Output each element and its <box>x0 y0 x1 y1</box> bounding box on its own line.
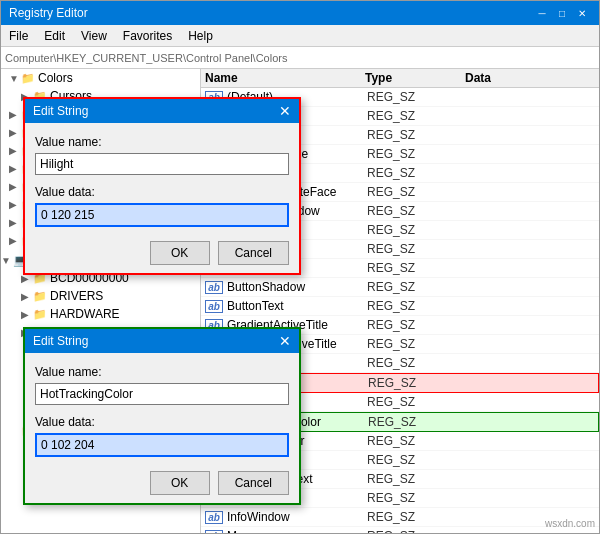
tree-arrow-uninstall: ▶ <box>9 217 21 228</box>
dialog-hilight-title-text: Edit String <box>33 104 88 118</box>
header-data: Data <box>465 71 595 85</box>
menu-file[interactable]: File <box>1 27 36 44</box>
dialog-hilight-name-input[interactable] <box>35 153 289 175</box>
tree-arrow-hklm: ▼ <box>1 255 13 266</box>
tree-arrow-keyboard: ▶ <box>9 145 21 156</box>
address-label: Computer\HKEY_CURRENT_USER\Control Panel… <box>5 52 287 64</box>
window-title: Registry Editor <box>9 6 88 20</box>
tree-arrow-eudc: ▶ <box>9 127 21 138</box>
dialog-hilight-title: Edit String ✕ <box>25 99 299 123</box>
tree-item-drivers[interactable]: ▶ 📁 DRIVERS <box>1 287 200 305</box>
menu-bar: File Edit View Favorites Help <box>1 25 599 47</box>
close-button[interactable]: ✕ <box>573 5 591 21</box>
tree-label-colors: Colors <box>38 71 73 85</box>
reg-icon: ab <box>205 281 223 294</box>
maximize-button[interactable]: □ <box>553 5 571 21</box>
values-header: Name Type Data <box>201 69 599 88</box>
dialog-hilight-data-input[interactable] <box>35 203 289 227</box>
reg-icon: ab <box>205 300 223 313</box>
address-bar: Computer\HKEY_CURRENT_USER\Control Panel… <box>1 47 599 69</box>
folder-icon-drivers: 📁 <box>33 290 47 303</box>
header-name: Name <box>205 71 365 85</box>
folder-icon: 📁 <box>21 72 35 85</box>
menu-help[interactable]: Help <box>180 27 221 44</box>
tree-arrow-volatile: ▶ <box>9 235 21 246</box>
dialog-hilight-data-label: Value data: <box>35 185 289 199</box>
tree-arrow-colors: ▼ <box>9 73 21 84</box>
tree-item-hardware[interactable]: ▶ 📁 HARDWARE <box>1 305 200 323</box>
tree-arrow-drivers: ▶ <box>21 291 33 302</box>
dialog-hilight-name-label: Value name: <box>35 135 289 149</box>
dialog-hilight-cancel-button[interactable]: Cancel <box>218 241 289 265</box>
tree-item-colors[interactable]: ▼ 📁 Colors <box>1 69 200 87</box>
dialog-hottracking-name-label: Value name: <box>35 365 289 379</box>
menu-view[interactable]: View <box>73 27 115 44</box>
dialog-hottracking-data-label: Value data: <box>35 415 289 429</box>
dialog-hilight-buttons: OK Cancel <box>35 237 289 265</box>
dialog-hottracking-title-text: Edit String <box>33 334 88 348</box>
dialog-hottracking-title: Edit String ✕ <box>25 329 299 353</box>
dialog-hilight-body: Value name: Value data: OK Cancel <box>25 123 299 273</box>
dialog-hottracking-cancel-button[interactable]: Cancel <box>218 471 289 495</box>
value-row-buttontext[interactable]: ab ButtonText REG_SZ <box>201 297 599 316</box>
header-type: Type <box>365 71 465 85</box>
menu-edit[interactable]: Edit <box>36 27 73 44</box>
title-bar-buttons: ─ □ ✕ <box>533 5 591 21</box>
dialog-hottracking-body: Value name: Value data: OK Cancel <box>25 353 299 503</box>
tree-arrow-printers: ▶ <box>9 163 21 174</box>
tree-arrow-environment: ▶ <box>9 109 21 120</box>
tree-label-drivers: DRIVERS <box>50 289 103 303</box>
value-row-infowindow[interactable]: ab InfoWindow REG_SZ <box>201 508 599 527</box>
dialog-hilight-close-button[interactable]: ✕ <box>279 104 291 118</box>
tree-arrow-system: ▶ <box>9 199 21 210</box>
dialog-hottracking-ok-button[interactable]: OK <box>150 471 210 495</box>
dialog-hottracking-name-input[interactable] <box>35 383 289 405</box>
value-row-menu[interactable]: ab Menu REG_SZ <box>201 527 599 533</box>
tree-arrow-software: ▶ <box>9 181 21 192</box>
minimize-button[interactable]: ─ <box>533 5 551 21</box>
dialog-hottracking-data-input[interactable] <box>35 433 289 457</box>
folder-icon-hardware: 📁 <box>33 308 47 321</box>
dialog-hottracking-close-button[interactable]: ✕ <box>279 334 291 348</box>
reg-icon: ab <box>205 530 223 534</box>
registry-editor-window: Registry Editor ─ □ ✕ File Edit View Fav… <box>0 0 600 534</box>
title-bar: Registry Editor ─ □ ✕ <box>1 1 599 25</box>
dialog-hottracking: Edit String ✕ Value name: Value data: OK… <box>23 327 301 505</box>
dialog-hottracking-buttons: OK Cancel <box>35 467 289 495</box>
tree-arrow-hardware: ▶ <box>21 309 33 320</box>
dialog-hilight-ok-button[interactable]: OK <box>150 241 210 265</box>
tree-label-hardware: HARDWARE <box>50 307 120 321</box>
value-row-buttonshadow[interactable]: ab ButtonShadow REG_SZ <box>201 278 599 297</box>
main-content: ▼ 📁 Colors ▶ 📁 Cursors ▶ 📁 Environment ▶… <box>1 69 599 533</box>
menu-favorites[interactable]: Favorites <box>115 27 180 44</box>
dialog-hilight: Edit String ✕ Value name: Value data: OK… <box>23 97 301 275</box>
reg-icon: ab <box>205 511 223 524</box>
